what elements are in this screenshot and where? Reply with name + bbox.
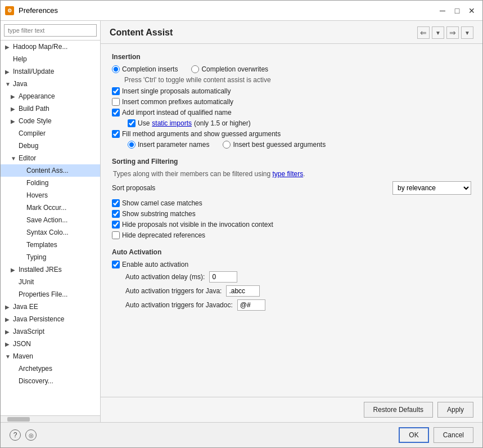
tree-label: Debug [19, 142, 38, 150]
forward-dropdown-button[interactable]: ▼ [461, 26, 473, 39]
tree-label: Java [13, 80, 27, 88]
delay-input[interactable] [209, 271, 237, 283]
static-imports-link[interactable]: static imports [152, 119, 192, 127]
add-import-label[interactable]: Add import instead of qualified name [112, 109, 232, 117]
tree-item-javascript[interactable]: ▶ JavaScript [1, 325, 100, 338]
insert-guessed-label[interactable]: Insert best guessed arguments [223, 141, 326, 149]
show-camel-label[interactable]: Show camel case matches [112, 199, 202, 207]
tree-item-build-path[interactable]: ▶ Build Path [1, 102, 100, 115]
triggers-javadoc-input[interactable] [237, 299, 265, 311]
hide-deprecated-checkbox[interactable] [112, 231, 120, 239]
tree-item-installed-jres[interactable]: ▶ Installed JREs [1, 263, 100, 276]
fill-method-checkbox[interactable] [112, 130, 120, 138]
main-header: Content Assist ⇐ ▼ ⇒ ▼ [101, 21, 482, 44]
forward-button[interactable]: ⇒ [446, 26, 459, 39]
tree-item-hovers[interactable]: Hovers [1, 189, 100, 201]
insert-param-label[interactable]: Insert parameter names [128, 141, 209, 149]
tree-item-json[interactable]: ▶ JSON [1, 338, 100, 350]
tree-label: Content Ass... [26, 167, 69, 174]
tree-item-syntax-coloring[interactable]: Syntax Colo... [1, 226, 100, 239]
tree-item-content-assist[interactable]: Content Ass... [1, 164, 100, 177]
delay-label: Auto activation delay (ms): [125, 273, 205, 281]
tree-item-help[interactable]: Help [1, 53, 100, 65]
tree-item-install-update[interactable]: ▶ Install/Update [1, 65, 100, 78]
tree-label: Install/Update [13, 68, 54, 75]
minimize-button[interactable]: ─ [436, 5, 449, 17]
enable-auto-checkbox[interactable] [112, 261, 120, 268]
add-import-checkbox[interactable] [112, 109, 120, 117]
arrow-icon: ▶ [11, 118, 16, 124]
tree-label: Maven [13, 352, 33, 360]
tree-item-discovery[interactable]: Discovery... [1, 375, 100, 387]
sidebar-scrollbar[interactable] [1, 415, 100, 422]
hide-deprecated-label[interactable]: Hide deprecated references [112, 231, 205, 239]
apply-button[interactable]: Apply [437, 402, 473, 418]
tree-item-archetypes[interactable]: Archetypes [1, 362, 100, 375]
insert-guessed-radio[interactable] [223, 141, 231, 149]
tree-item-junit[interactable]: JUnit [1, 276, 100, 288]
tree-item-folding[interactable]: Folding [1, 177, 100, 189]
insert-single-label[interactable]: Insert single proposals automatically [112, 87, 231, 95]
triggers-javadoc-row: Auto activation triggers for Javadoc: [125, 299, 471, 311]
app-icon: ⚙ [5, 6, 14, 15]
use-static-label[interactable]: Use static imports (only 1.5 or higher) [128, 119, 251, 127]
show-substring-checkbox[interactable] [112, 210, 120, 218]
arrow-icon: ▶ [5, 316, 11, 322]
tree-item-editor[interactable]: ▼ Editor [1, 152, 100, 164]
completion-overwrites-label[interactable]: Completion overwrites [191, 65, 268, 73]
insert-param-radio[interactable] [128, 141, 136, 149]
back-dropdown-button[interactable]: ▼ [432, 26, 444, 39]
completion-radio-row: Completion inserts Completion overwrites [112, 65, 471, 73]
sort-proposals-select[interactable]: by relevancealphabetically [392, 181, 471, 195]
tree-item-mark-occurrences[interactable]: Mark Occur... [1, 201, 100, 214]
footer-icons: ? ◎ [10, 427, 394, 443]
use-static-checkbox[interactable] [128, 119, 136, 127]
tree-item-java[interactable]: ▼ Java [1, 78, 100, 90]
hide-proposals-checkbox[interactable] [112, 221, 120, 229]
show-substring-label[interactable]: Show substring matches [112, 210, 196, 218]
insert-common-label[interactable]: Insert common prefixes automatically [112, 98, 233, 106]
tree-item-typing[interactable]: Typing [1, 251, 100, 263]
tree-label: Build Path [19, 105, 49, 113]
restore-defaults-button[interactable]: Restore Defaults [364, 402, 433, 418]
type-filters-link[interactable]: type filters [272, 170, 303, 178]
tree-label: JavaScript [13, 328, 44, 335]
tree-item-java-persistence[interactable]: ▶ Java Persistence [1, 313, 100, 325]
back-button[interactable]: ⇐ [417, 26, 430, 39]
maximize-button[interactable]: □ [451, 5, 463, 17]
search-input[interactable] [4, 24, 97, 37]
hide-proposals-label[interactable]: Hide proposals not visible in the invoca… [112, 221, 273, 229]
tree-item-hadoop[interactable]: ▶ Hadoop Map/Re... [1, 41, 100, 53]
cancel-button[interactable]: Cancel [434, 427, 473, 443]
help-icon[interactable]: ? [10, 429, 21, 441]
tree-item-properties-file[interactable]: Properties File... [1, 288, 100, 301]
tree-item-save-actions[interactable]: Save Action... [1, 214, 100, 226]
triggers-java-row: Auto activation triggers for Java: [125, 285, 471, 297]
hide-deprecated-row: Hide deprecated references [112, 231, 471, 239]
tree-item-appearance[interactable]: ▶ Appearance [1, 90, 100, 102]
tree-item-compiler[interactable]: Compiler [1, 127, 100, 140]
ok-button[interactable]: OK [399, 427, 428, 443]
fill-method-label[interactable]: Fill method arguments and show guessed a… [112, 130, 281, 138]
completion-inserts-radio[interactable] [112, 65, 120, 73]
insert-common-checkbox[interactable] [112, 98, 120, 106]
show-camel-checkbox[interactable] [112, 199, 120, 207]
enable-auto-label[interactable]: Enable auto activation [112, 261, 188, 268]
hide-proposals-row: Hide proposals not visible in the invoca… [112, 221, 471, 229]
arrow-icon: ▶ [5, 341, 11, 347]
tree-item-java-ee[interactable]: ▶ Java EE [1, 301, 100, 313]
tree-label: Typing [26, 253, 46, 261]
tree-item-code-style[interactable]: ▶ Code Style [1, 115, 100, 127]
add-import-row: Add import instead of qualified name [112, 109, 471, 117]
tree-item-maven[interactable]: ▼ Maven [1, 350, 100, 362]
settings-icon[interactable]: ◎ [25, 429, 37, 441]
tree-item-templates[interactable]: Templates [1, 239, 100, 251]
tree-label: Templates [26, 241, 57, 249]
completion-overwrites-radio[interactable] [191, 65, 199, 73]
triggers-java-input[interactable] [226, 285, 260, 297]
close-button[interactable]: ✕ [466, 5, 478, 17]
tree-item-debug[interactable]: Debug [1, 140, 100, 152]
completion-inserts-label[interactable]: Completion inserts [112, 65, 178, 73]
insert-single-checkbox[interactable] [112, 87, 120, 95]
main-content: Insertion Completion inserts Completion … [101, 44, 482, 397]
